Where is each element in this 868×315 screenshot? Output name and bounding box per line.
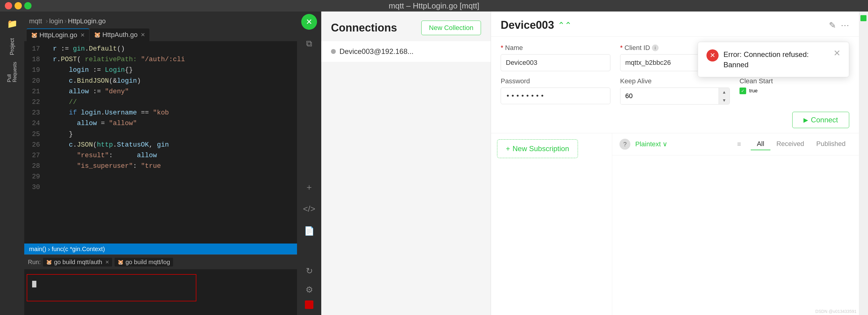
password-input[interactable]: [501, 88, 610, 104]
client-id-info-icon[interactable]: i: [652, 44, 658, 51]
breadcrumb-sep2: ›: [65, 17, 67, 25]
tab-httpauthgo[interactable]: 🐹 HttpAuth.go ✕: [90, 29, 149, 41]
plaintext-button[interactable]: Plaintext ∨: [635, 140, 668, 148]
run-tab-auth[interactable]: 🐹 go build mqtt/auth ✕: [43, 258, 112, 266]
breadcrumb-mqtt: mqtt: [27, 17, 44, 25]
filter-all[interactable]: All: [751, 138, 770, 150]
ide-panel: mqtt › login › HttpLogin.go 🐹 HttpLogin.…: [24, 11, 297, 315]
keep-alive-arrows: ▲ ▼: [719, 88, 730, 104]
breadcrumb-sep1: ›: [46, 17, 48, 25]
code-line-18: r := gin.Default(): [45, 43, 294, 54]
device-name-row: Device003 ⌃⌃: [501, 19, 571, 32]
device-chevron-icon[interactable]: ⌃⌃: [558, 20, 571, 30]
connect-arrow-icon: ▶: [803, 116, 808, 124]
plus-icon[interactable]: ＋: [301, 179, 317, 195]
ide-right-sidebar: ✕ ⧉ ＋ </> 📄 ↻ ⚙: [297, 11, 321, 315]
more-options-icon[interactable]: ⋯: [841, 20, 849, 30]
tab-label2: HttpAuth.go: [102, 31, 137, 39]
activity-pull-requests[interactable]: Pull Requests: [2, 62, 22, 82]
tab-close-button2[interactable]: ✕: [141, 32, 145, 38]
remote-icon[interactable]: ✕: [301, 14, 317, 30]
keep-alive-down[interactable]: ▼: [719, 96, 730, 104]
refresh-icon[interactable]: ↻: [301, 263, 317, 279]
name-input[interactable]: [501, 54, 610, 71]
tag-icon[interactable]: </>: [301, 201, 317, 217]
run-tab-auth-label: go build mqtt/auth: [54, 259, 102, 265]
run-panel: Run: 🐹 go build mqtt/auth ✕ 🐹 go build m…: [24, 254, 297, 315]
code-editor[interactable]: 17 18 19 20 21 22 23 24 25 26 27 28💡 29 …: [24, 41, 297, 244]
new-subscription-button[interactable]: + New Subscription: [497, 139, 578, 158]
settings-icon[interactable]: ⚙: [301, 282, 317, 297]
connection-label: Device003@192.168...: [339, 47, 414, 56]
filter-list-icon[interactable]: ≡: [732, 140, 746, 148]
connections-title: Connections: [331, 22, 397, 34]
run-tab-log-label: go build mqtt/log: [125, 259, 170, 265]
connection-status-dot: [331, 49, 336, 54]
run-label: Run:: [28, 259, 41, 265]
clean-start-value: true: [749, 88, 758, 94]
maximize-window-button[interactable]: [24, 2, 32, 9]
error-popup: ✕ Error: Connection refused: Banned ✕: [698, 42, 849, 77]
password-label: Password: [501, 77, 610, 85]
terminal-area[interactable]: [24, 269, 297, 315]
activity-bar: 📁 Project Pull Requests: [0, 11, 24, 315]
footer-breadcrumb: main() › func(c *gin.Context): [29, 246, 105, 253]
code-lines[interactable]: r := gin.Default() r.POST( relativePath:…: [42, 41, 297, 244]
breadcrumb-login: login: [49, 17, 63, 25]
run-tab-auth-close[interactable]: ✕: [105, 259, 109, 265]
keep-alive-label: Keep Alive: [620, 77, 730, 85]
activity-explorer[interactable]: 📁: [2, 14, 22, 33]
code-line-19: r.POST( relativePath: "/auth/:cli: [45, 54, 294, 65]
right-strip-icon: [861, 15, 867, 21]
connections-section: Connections New Collection Device003@192…: [321, 11, 491, 315]
copy-icon[interactable]: ⧉: [301, 36, 317, 52]
subscriptions-right: ? Plaintext ∨ ≡ All Received Published: [612, 133, 859, 315]
error-message: Error: Connection refused: Banned: [723, 50, 829, 70]
clean-start-checkbox[interactable]: ✓: [740, 88, 746, 94]
subscriptions-list: + New Subscription: [491, 133, 612, 315]
keep-alive-up[interactable]: ▲: [719, 88, 730, 96]
client-id-required-star: *: [620, 44, 623, 52]
code-line-29: "result": allow: [45, 150, 294, 161]
error-close-button[interactable]: ✕: [833, 48, 840, 58]
run-icon-2: 🐹: [118, 259, 124, 265]
clean-start-label: Clean Start: [740, 77, 849, 85]
go-file-icon: 🐹: [31, 32, 38, 38]
plaintext-label: Plaintext: [635, 140, 661, 148]
run-icon-1: 🐹: [46, 259, 52, 265]
code-line-27: }: [45, 129, 294, 139]
help-icon[interactable]: ?: [619, 139, 630, 150]
connections-header: Connections New Collection: [321, 11, 491, 41]
go-file-icon2: 🐹: [94, 32, 101, 38]
clean-start-row: ✓ true: [740, 88, 849, 94]
plaintext-chevron-icon: ∨: [662, 140, 668, 148]
tab-close-button[interactable]: ✕: [80, 32, 85, 38]
activity-project[interactable]: Project: [9, 36, 16, 58]
file-icon[interactable]: 📄: [301, 223, 317, 239]
new-collection-button[interactable]: New Collection: [421, 21, 481, 35]
close-window-button[interactable]: [5, 2, 12, 9]
keep-alive-wrapper: ▲ ▼: [620, 88, 730, 104]
connection-item-device003[interactable]: Device003@192.168...: [321, 41, 491, 62]
device-header-icons: ✎ ⋯: [829, 20, 849, 30]
window-controls[interactable]: [5, 2, 32, 9]
code-line-26: allow = "allow": [45, 118, 294, 129]
breadcrumb-file: HttpLogin.go: [68, 17, 106, 25]
run-tabs-bar: Run: 🐹 go build mqtt/auth ✕ 🐹 go build m…: [24, 255, 297, 269]
filter-published[interactable]: Published: [810, 138, 851, 150]
stop-button[interactable]: [305, 301, 313, 309]
terminal-cursor: [32, 281, 36, 287]
status-bar: main() › func(c *gin.Context): [24, 244, 297, 254]
new-sub-plus-icon: +: [506, 145, 510, 153]
green-indicator: [861, 15, 867, 21]
edit-icon[interactable]: ✎: [829, 20, 836, 30]
titlebar: mqtt – HttpLogin.go [mqtt]: [0, 0, 868, 11]
code-line-25: if login.Username == "kob: [45, 107, 294, 118]
connect-button[interactable]: ▶ Connect: [792, 112, 849, 128]
minimize-window-button[interactable]: [14, 2, 22, 9]
keep-alive-input[interactable]: [620, 88, 719, 104]
tab-httplogingo[interactable]: 🐹 HttpLogin.go ✕: [27, 29, 89, 41]
run-tab-log[interactable]: 🐹 go build mqtt/log: [115, 258, 173, 266]
name-field-group: * Name: [501, 44, 610, 71]
filter-received[interactable]: Received: [770, 138, 810, 150]
